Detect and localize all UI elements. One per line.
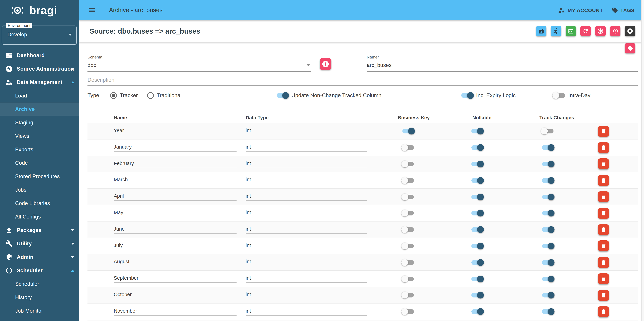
business-key-switch[interactable] — [402, 243, 414, 249]
column-name-input[interactable]: March — [114, 175, 236, 184]
sidebar-item-admin[interactable]: Admin — [0, 250, 79, 264]
delete-row-button[interactable] — [598, 175, 609, 186]
nullable-switch[interactable] — [472, 128, 483, 135]
sidebar-item-scheduler-sub[interactable]: Scheduler — [0, 277, 79, 291]
delete-row-button[interactable] — [598, 273, 609, 284]
column-name-input[interactable]: August — [114, 257, 236, 266]
radio-option-traditional[interactable]: Traditional — [147, 92, 182, 99]
nullable-switch[interactable] — [472, 276, 483, 282]
sidebar-item-code-libraries[interactable]: Code Libraries — [0, 197, 79, 210]
track-changes-switch[interactable] — [542, 276, 554, 282]
data-type-input[interactable]: int — [246, 241, 367, 250]
cancel-button[interactable] — [625, 26, 635, 36]
track-changes-switch[interactable] — [542, 144, 554, 151]
delete-row-button[interactable] — [598, 126, 609, 137]
track-changes-switch[interactable] — [542, 259, 554, 266]
business-key-switch[interactable] — [402, 292, 414, 299]
data-type-input[interactable]: int — [246, 208, 367, 217]
sidebar-item-code[interactable]: Code — [0, 156, 79, 170]
nullable-switch[interactable] — [472, 243, 483, 249]
column-name-input[interactable]: February — [114, 158, 236, 168]
tag-button[interactable] — [625, 43, 635, 53]
my-account-button[interactable]: MY ACCOUNT — [558, 6, 603, 13]
column-name-input[interactable]: July — [114, 241, 236, 250]
business-key-switch[interactable] — [402, 144, 414, 151]
sidebar-item-dashboard[interactable]: Dashboard — [0, 49, 79, 62]
business-key-switch[interactable] — [402, 226, 414, 233]
sidebar-item-packages[interactable]: Packages — [0, 224, 79, 237]
data-type-input[interactable]: int — [246, 306, 367, 316]
nullable-switch[interactable] — [472, 177, 483, 184]
column-name-input[interactable]: May — [114, 208, 236, 217]
nullable-switch[interactable] — [472, 259, 483, 266]
delete-row-button[interactable] — [598, 306, 609, 317]
column-name-input[interactable]: June — [114, 224, 236, 234]
sidebar-item-utility[interactable]: Utility — [0, 237, 79, 250]
nullable-switch[interactable] — [472, 210, 483, 217]
delete-row-button[interactable] — [598, 257, 609, 268]
refresh-button[interactable] — [580, 26, 591, 36]
sidebar-item-views[interactable]: Views — [0, 129, 79, 143]
data-type-input[interactable]: int — [246, 126, 367, 135]
nullable-switch[interactable] — [472, 193, 483, 200]
preview-button[interactable] — [566, 26, 576, 36]
track-changes-switch[interactable] — [542, 193, 554, 200]
add-schema-button[interactable] — [320, 58, 332, 70]
data-type-input[interactable]: int — [246, 158, 367, 168]
track-changes-switch[interactable] — [542, 128, 554, 135]
data-type-input[interactable]: int — [246, 142, 367, 152]
business-key-switch[interactable] — [402, 210, 414, 217]
delete-row-button[interactable] — [598, 208, 609, 219]
business-key-switch[interactable] — [402, 259, 414, 266]
save-button[interactable] — [536, 26, 546, 36]
track-changes-switch[interactable] — [542, 226, 554, 233]
data-type-input[interactable]: int — [246, 191, 367, 201]
data-type-input[interactable]: int — [246, 175, 367, 184]
radio-option-tracker[interactable]: Tracker — [110, 92, 138, 99]
run-button[interactable] — [551, 26, 561, 36]
nullable-switch[interactable] — [472, 292, 483, 299]
business-key-switch[interactable] — [402, 193, 414, 200]
column-name-input[interactable]: November — [114, 306, 236, 316]
sidebar-item-job-monitor[interactable]: Job Monitor — [0, 304, 79, 318]
delete-row-button[interactable] — [598, 224, 609, 235]
track-changes-switch[interactable] — [542, 243, 554, 249]
track-changes-switch[interactable] — [542, 161, 554, 167]
track-changes-switch[interactable] — [542, 292, 554, 299]
data-type-input[interactable]: int — [246, 257, 367, 266]
sidebar-item-archive[interactable]: Archive — [0, 102, 79, 116]
sidebar-item-staging[interactable]: Staging — [0, 116, 79, 129]
column-name-input[interactable]: January — [114, 142, 236, 152]
nullable-switch[interactable] — [472, 161, 483, 167]
sidebar-item-scheduler[interactable]: Scheduler — [0, 264, 79, 277]
column-name-input[interactable]: Year — [114, 126, 236, 135]
business-key-switch[interactable] — [402, 308, 414, 315]
update-non-change-tracked-column-switch[interactable] — [276, 92, 288, 99]
environment-select[interactable]: Environment Develop — [2, 25, 77, 45]
sidebar-item-load[interactable]: Load — [0, 89, 79, 102]
track-changes-switch[interactable] — [542, 308, 554, 315]
nullable-switch[interactable] — [472, 308, 483, 315]
tags-menu-button[interactable]: TAGS — [612, 7, 634, 13]
sidebar-item-stored-procedures[interactable]: Stored Procedures — [0, 170, 79, 183]
sidebar-item-all-configs[interactable]: All Configs — [0, 210, 79, 224]
column-name-input[interactable]: September — [114, 273, 236, 283]
track-changes-switch[interactable] — [542, 210, 554, 217]
scrollbar[interactable] — [641, 0, 644, 321]
sidebar-item-jobs[interactable]: Jobs — [0, 183, 79, 197]
data-type-input[interactable]: int — [246, 224, 367, 234]
schema-select[interactable]: Schema dbo — [88, 55, 311, 72]
sidebar-item-source-administration[interactable]: Source Administration — [0, 62, 79, 76]
delete-row-button[interactable] — [598, 158, 609, 170]
intra-day-switch[interactable] — [554, 92, 565, 99]
track-changes-button[interactable] — [595, 26, 606, 36]
business-key-switch[interactable] — [402, 276, 414, 282]
radio-tracker[interactable] — [110, 92, 117, 99]
business-key-switch[interactable] — [402, 177, 414, 184]
business-key-switch[interactable] — [402, 161, 414, 167]
delete-row-button[interactable] — [598, 191, 609, 202]
business-key-switch[interactable] — [402, 128, 414, 135]
description-field[interactable]: Description — [88, 77, 638, 86]
history-button[interactable] — [610, 26, 620, 36]
nullable-switch[interactable] — [472, 226, 483, 233]
